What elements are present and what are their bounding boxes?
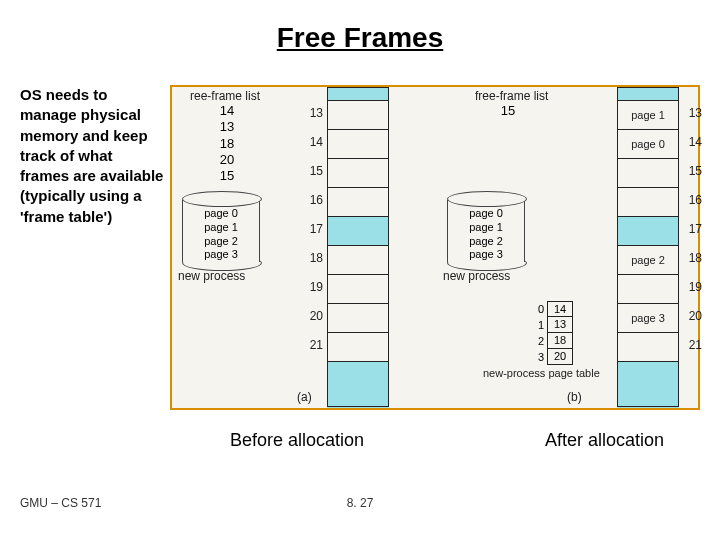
process-page: page 0 [448,207,524,221]
process-cylinder: page 0 page 1 page 2 page 3 [447,191,525,271]
frame-slot [327,187,389,216]
process-page: page 1 [448,221,524,235]
figure-after: free-frame list 15 page 0 page 1 page 2 … [437,87,702,408]
frame-slot [617,187,679,216]
frame-slot: page 3 [617,303,679,332]
free-frame-item: 18 [212,136,242,152]
memory-column [327,87,389,407]
subfigure-label: (b) [567,390,582,404]
process-page: page 3 [183,248,259,262]
caption-after: After allocation [545,430,664,451]
frame-slot [327,100,389,129]
figure: ree-frame list 14 13 18 20 15 page 0 pag… [170,85,700,410]
frame-number: 19 [303,280,323,294]
page-table-frame: 14 [547,301,573,317]
page-table-row: 1 13 [530,317,574,333]
page-table-caption: new-process page table [483,367,600,379]
frame-number: 13 [682,106,702,120]
frame-number: 16 [682,193,702,207]
page-table-frame: 13 [547,317,573,333]
frame-slot [617,158,679,187]
frame-number: 13 [303,106,323,120]
frame-slot [327,274,389,303]
frame-slot [327,216,389,245]
frame-number: 20 [682,309,702,323]
process-cylinder: page 0 page 1 page 2 page 3 [182,191,260,271]
frame-slot [327,303,389,332]
frame-slot [617,274,679,303]
frame-slot [617,332,679,361]
page-table-index: 0 [530,301,547,317]
subfigure-label: (a) [297,390,312,404]
process-page: page 1 [183,221,259,235]
footer-slide-number: 8. 27 [347,496,374,510]
page-table: 0 14 1 13 2 18 3 20 [530,301,574,365]
page-table-row: 0 14 [530,301,574,317]
free-frame-item: 13 [212,119,242,135]
frame-number: 21 [303,338,323,352]
page-table-index: 2 [530,333,547,349]
new-process-label: new process [443,269,510,283]
frame-slot [327,129,389,158]
page-table-row: 3 20 [530,349,574,365]
frame-number: 19 [682,280,702,294]
frame-slot: page 0 [617,129,679,158]
free-frame-item: 15 [212,168,242,184]
free-frame-list: 14 13 18 20 15 [212,103,242,184]
page-table-index: 1 [530,317,547,333]
new-process-label: new process [178,269,245,283]
frame-slot [327,158,389,187]
free-frame-list-label: ree-frame list [190,89,260,103]
free-frame-item: 20 [212,152,242,168]
frame-number: 15 [303,164,323,178]
free-frame-item: 15 [493,103,523,119]
process-page: page 2 [448,235,524,249]
frame-number: 17 [303,222,323,236]
process-page: page 3 [448,248,524,262]
frame-number: 17 [682,222,702,236]
frame-number: 15 [682,164,702,178]
frame-number: 14 [303,135,323,149]
frame-slot: page 1 [617,100,679,129]
frame-number: 14 [682,135,702,149]
free-frame-list: 15 [493,103,523,119]
frame-slot: page 2 [617,245,679,274]
process-page: page 0 [183,207,259,221]
frame-number: 18 [303,251,323,265]
frame-number: 20 [303,309,323,323]
footer-course: GMU – CS 571 [20,496,101,510]
frame-slot [327,332,389,361]
page-table-row: 2 18 [530,333,574,349]
frame-number: 21 [682,338,702,352]
frame-number: 18 [682,251,702,265]
body-text: OS needs to manage physical memory and k… [20,85,165,227]
page-table-frame: 18 [547,333,573,349]
page-table-index: 3 [530,349,547,365]
free-frame-item: 14 [212,103,242,119]
frame-number: 16 [303,193,323,207]
free-frame-list-label: free-frame list [475,89,548,103]
frame-slot [617,216,679,245]
process-page: page 2 [183,235,259,249]
frame-slot [327,245,389,274]
caption-before: Before allocation [230,430,364,451]
page-table-frame: 20 [547,349,573,365]
slide-title: Free Frames [0,22,720,54]
memory-column: page 1 page 0 page 2 page 3 [617,87,679,407]
figure-before: ree-frame list 14 13 18 20 15 page 0 pag… [172,87,437,408]
